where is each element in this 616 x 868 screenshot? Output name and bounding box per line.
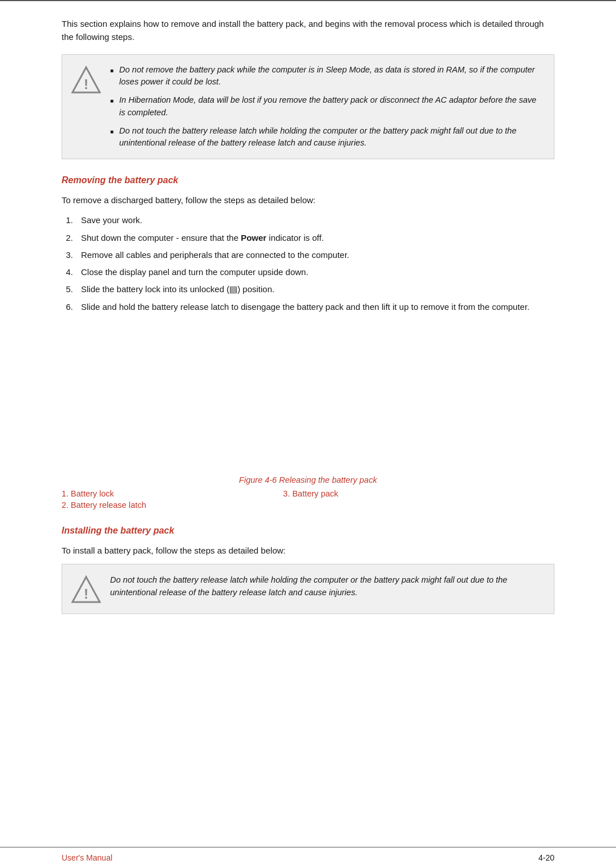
step-text-3: Remove all cables and peripherals that a… xyxy=(81,248,349,261)
labels-right: 3. Battery pack xyxy=(283,489,338,510)
label-2: 2. Battery release latch xyxy=(62,500,146,510)
page: This section explains how to remove and … xyxy=(0,0,616,868)
intro-paragraph: This section explains how to remove and … xyxy=(62,17,554,44)
warning-box-1: ! Do not remove the battery pack while t… xyxy=(62,54,554,160)
step-num-5: 5. xyxy=(62,282,73,296)
footer-manual-label: User's Manual xyxy=(62,853,112,862)
step-text-6: Slide and hold the battery release latch… xyxy=(81,300,529,313)
footer: User's Manual 4-20 xyxy=(0,847,616,868)
step-num-2: 2. xyxy=(62,231,73,244)
installing-heading: Installing the battery pack xyxy=(62,526,554,536)
step-3: 3. Remove all cables and peripherals tha… xyxy=(62,248,554,261)
content-area: This section explains how to remove and … xyxy=(0,1,616,660)
warning-list: Do not remove the battery pack while the… xyxy=(110,64,542,150)
removing-heading: Removing the battery pack xyxy=(62,175,554,185)
footer-page-number: 4-20 xyxy=(538,853,554,862)
figure-image xyxy=(62,322,554,471)
label-1: 1. Battery lock xyxy=(62,489,146,498)
warning-item-3: Do not touch the battery release latch w… xyxy=(110,125,542,150)
warning-icon-2: ! xyxy=(71,575,101,604)
step-num-4: 4. xyxy=(62,265,73,278)
warning-item-1: Do not remove the battery pack while the… xyxy=(110,64,542,89)
figure-labels: 1. Battery lock 2. Battery release latch… xyxy=(62,489,554,510)
svg-text:!: ! xyxy=(84,586,88,601)
step-1: 1. Save your work. xyxy=(62,213,554,227)
removing-steps-list: 1. Save your work. 2. Shut down the comp… xyxy=(62,213,554,313)
step-6: 6. Slide and hold the battery release la… xyxy=(62,300,554,313)
installing-warning: Do not touch the battery release latch w… xyxy=(110,574,542,604)
warning-box-2: ! Do not touch the battery release latch… xyxy=(62,564,554,614)
step-text-1: Save your work. xyxy=(81,213,143,227)
svg-text:!: ! xyxy=(84,76,88,92)
step-num-3: 3. xyxy=(62,248,73,261)
step-5: 5. Slide the battery lock into its unloc… xyxy=(62,282,554,296)
label-3: 3. Battery pack xyxy=(283,489,338,498)
figure-caption: Figure 4-6 Releasing the battery pack xyxy=(62,475,554,485)
step-text-2: Shut down the computer - ensure that the… xyxy=(81,231,324,244)
installing-intro: To install a battery pack, follow the st… xyxy=(62,544,554,557)
step-text-5: Slide the battery lock into its unlocked… xyxy=(81,282,274,296)
step-text-4: Close the display panel and turn the com… xyxy=(81,265,309,278)
labels-left: 1. Battery lock 2. Battery release latch xyxy=(62,489,146,510)
warning-icon: ! xyxy=(71,65,101,95)
step-2: 2. Shut down the computer - ensure that … xyxy=(62,231,554,244)
step-num-6: 6. xyxy=(62,300,73,313)
step-num-1: 1. xyxy=(62,213,73,227)
step-4: 4. Close the display panel and turn the … xyxy=(62,265,554,278)
removing-intro: To remove a discharged battery, follow t… xyxy=(62,193,554,207)
warning-item-2: In Hibernation Mode, data will be lost i… xyxy=(110,94,542,119)
